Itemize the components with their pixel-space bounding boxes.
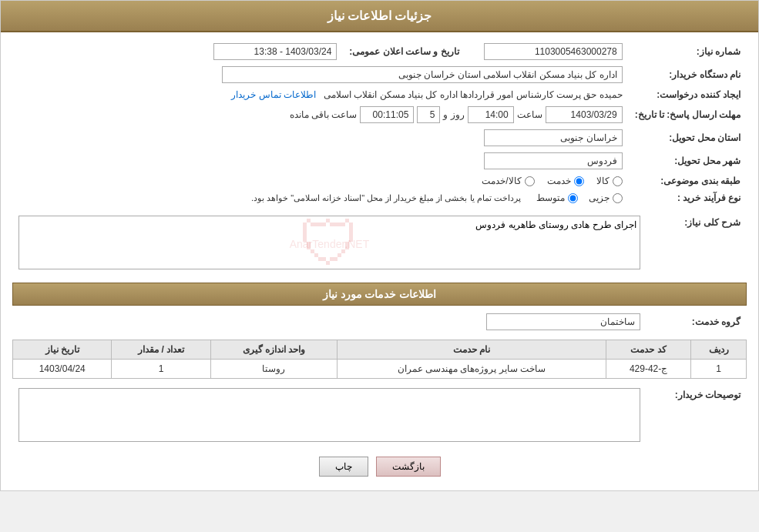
table-row: 1ج-42-429ساخت سایر پروژه‌های مهندسی عمرا… (13, 360, 747, 379)
city-value: فردوس (484, 152, 623, 169)
province-label: استان محل تحویل: (629, 126, 747, 149)
creator-label: ایجاد کننده درخواست: (629, 86, 747, 103)
services-section-title: اطلاعات خدمات مورد نیاز (12, 283, 747, 306)
col-unit: واحد اندازه گیری (210, 340, 337, 360)
deadline-days-label: روز و (443, 109, 464, 120)
remaining-time: 00:11:05 (360, 106, 414, 123)
deadline-date: 1403/03/29 (546, 106, 623, 123)
col-service-name: نام حدمت (338, 340, 606, 360)
button-row: بازگشت چاپ (12, 457, 747, 477)
need-number-label: شماره نیاز: (629, 40, 747, 63)
buyer-notes-textarea[interactable] (18, 388, 640, 442)
creator-value: حمیده حق پرست کارشناس امور قراردادها ادا… (324, 89, 623, 100)
contact-link[interactable]: اطلاعات تماس خریدار (231, 89, 316, 100)
city-label: شهر محل تحویل: (629, 149, 747, 172)
back-button[interactable]: بازگشت (376, 457, 441, 477)
general-description-label: شرح کلی نیاز: (646, 212, 747, 275)
radio-goods-service[interactable]: کالا/خدمت (482, 176, 534, 186)
col-service-code: کد حدمت (606, 340, 691, 360)
buyer-name-label: نام دستگاه خریدار: (629, 63, 747, 86)
service-group-label: گروه خدمت: (646, 310, 747, 333)
purchase-type-label: نوع فرآیند خرید : (629, 189, 747, 206)
print-button[interactable]: چاپ (319, 457, 368, 477)
radio-medium[interactable]: متوسط (536, 192, 578, 203)
buyer-notes-label: توصیحات خریدار: (646, 385, 747, 447)
announcement-value: 1403/03/24 - 13:38 (213, 43, 337, 60)
col-quantity: تعداد / مقدار (112, 340, 210, 360)
category-label: طبقه بندی موضوعی: (629, 172, 747, 189)
col-date: تاریخ نیاز (13, 340, 112, 360)
radio-goods[interactable]: کالا (596, 176, 623, 186)
deadline-time-label: ساعت (517, 109, 542, 120)
deadline-days: 5 (417, 106, 440, 123)
purchase-note: پرداخت تمام یا بخشی از مبلغ خریدار از مح… (251, 193, 521, 203)
col-row-num: ردیف (691, 340, 747, 360)
radio-partial[interactable]: جزیی (589, 192, 623, 203)
deadline-label: مهلت ارسال پاسخ: تا تاریخ: (629, 103, 747, 126)
service-group-value: ساختمان (486, 313, 640, 330)
need-number-value: 1103005463000278 (484, 43, 623, 60)
buyer-name-value: اداره کل بنیاد مسکن انقلاب اسلامی استان … (222, 66, 623, 83)
page-title: جزئیات اطلاعات نیاز (1, 1, 758, 32)
services-table: ردیف کد حدمت نام حدمت واحد اندازه گیری ت… (12, 340, 747, 379)
province-value: خراسان جنوبی (484, 129, 623, 146)
radio-service[interactable]: خدمت (547, 176, 584, 186)
announcement-label: تاریخ و ساعت اعلان عمومی: (343, 40, 474, 63)
deadline-time: 14:00 (468, 106, 514, 123)
general-description-textarea[interactable] (18, 216, 640, 269)
remaining-label: ساعت باقی مانده (290, 109, 358, 120)
